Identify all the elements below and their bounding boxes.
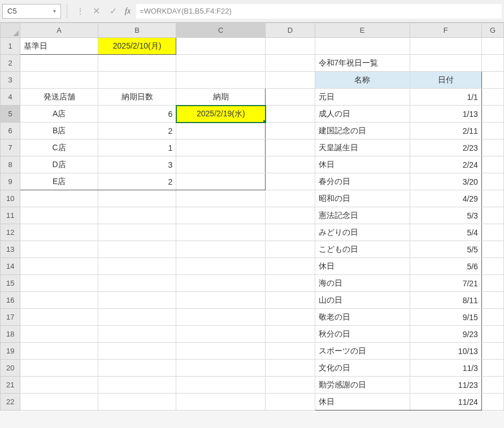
col-header-E[interactable]: E xyxy=(315,23,410,38)
cell-A3[interactable] xyxy=(20,72,98,89)
cell-A12[interactable] xyxy=(20,224,98,241)
cell-G6[interactable] xyxy=(481,123,503,139)
cell-D22[interactable] xyxy=(266,394,315,410)
cell-C5[interactable]: 2025/2/19(水) xyxy=(176,106,266,123)
cell-F9[interactable]: 3/20 xyxy=(410,173,481,190)
cell-E11[interactable]: 憲法記念日 xyxy=(315,207,410,224)
col-header-D[interactable]: D xyxy=(266,23,315,38)
cell-E19[interactable]: スポーツの日 xyxy=(315,343,410,360)
cell-C14[interactable] xyxy=(176,258,266,275)
cell-A2[interactable] xyxy=(20,55,98,72)
cell-A18[interactable] xyxy=(20,326,98,343)
cell-G7[interactable] xyxy=(481,139,503,156)
cell-A14[interactable] xyxy=(20,258,98,275)
enter-formula-icon[interactable]: ✓ xyxy=(107,5,119,18)
cell-G15[interactable] xyxy=(481,275,503,292)
cell-C2[interactable] xyxy=(176,55,266,72)
cell-F1[interactable] xyxy=(410,38,481,55)
cell-E7[interactable]: 天皇誕生日 xyxy=(315,139,410,156)
cell-A22[interactable] xyxy=(20,394,98,410)
row-header-21[interactable]: 21 xyxy=(1,377,20,394)
cell-E8[interactable]: 休日 xyxy=(315,156,410,173)
cell-G1[interactable] xyxy=(481,38,503,55)
cell-A16[interactable] xyxy=(20,292,98,309)
cell-D11[interactable] xyxy=(266,207,315,224)
cell-A20[interactable] xyxy=(20,360,98,377)
cell-G19[interactable] xyxy=(481,343,503,360)
cell-D14[interactable] xyxy=(266,258,315,275)
cell-E17[interactable]: 敬老の日 xyxy=(315,309,410,326)
cell-D7[interactable] xyxy=(266,139,315,156)
cell-C12[interactable] xyxy=(176,224,266,241)
cell-E2[interactable]: 令和7年祝日一覧 xyxy=(315,55,410,72)
cell-F22[interactable]: 11/24 xyxy=(410,394,481,410)
cell-C6[interactable] xyxy=(176,123,266,139)
cell-B15[interactable] xyxy=(98,275,176,292)
cell-C20[interactable] xyxy=(176,360,266,377)
cell-C11[interactable] xyxy=(176,207,266,224)
formula-bar-input[interactable]: =WORKDAY(B1,B5,F4:F22) xyxy=(136,4,502,19)
cell-B16[interactable] xyxy=(98,292,176,309)
row-header-9[interactable]: 9 xyxy=(1,173,20,190)
cell-B3[interactable] xyxy=(98,72,176,89)
cell-A17[interactable] xyxy=(20,309,98,326)
col-header-A[interactable]: A xyxy=(20,23,98,38)
cell-G22[interactable] xyxy=(481,394,503,410)
cell-A9[interactable]: E店 xyxy=(20,173,98,190)
cell-C9[interactable] xyxy=(176,173,266,190)
cell-F15[interactable]: 7/21 xyxy=(410,275,481,292)
cell-C4[interactable]: 納期 xyxy=(176,89,266,106)
fx-icon[interactable]: fx xyxy=(125,7,131,16)
cell-A4[interactable]: 発送店舗 xyxy=(20,89,98,106)
cell-B18[interactable] xyxy=(98,326,176,343)
cell-D15[interactable] xyxy=(266,275,315,292)
cell-E3[interactable]: 名称 xyxy=(315,72,410,89)
cell-C3[interactable] xyxy=(176,72,266,89)
cell-E18[interactable]: 秋分の日 xyxy=(315,326,410,343)
cell-E16[interactable]: 山の日 xyxy=(315,292,410,309)
cell-A13[interactable] xyxy=(20,241,98,258)
cell-E14[interactable]: 休日 xyxy=(315,258,410,275)
cell-F14[interactable]: 5/6 xyxy=(410,258,481,275)
row-header-3[interactable]: 3 xyxy=(1,72,20,89)
cell-D19[interactable] xyxy=(266,343,315,360)
cell-C21[interactable] xyxy=(176,377,266,394)
cell-B13[interactable] xyxy=(98,241,176,258)
cell-F5[interactable]: 1/13 xyxy=(410,106,481,123)
cell-D9[interactable] xyxy=(266,173,315,190)
cell-A8[interactable]: D店 xyxy=(20,156,98,173)
row-header-11[interactable]: 11 xyxy=(1,207,20,224)
cell-F2[interactable] xyxy=(410,55,481,72)
spreadsheet-grid[interactable]: A B C D E F G 1 基準日 2025/2/10(月) 2 令和7年祝… xyxy=(0,23,504,410)
cell-A19[interactable] xyxy=(20,343,98,360)
cell-C17[interactable] xyxy=(176,309,266,326)
name-box-dropdown-icon[interactable]: ▾ xyxy=(53,8,56,14)
cell-A1[interactable]: 基準日 xyxy=(20,38,98,55)
cell-F12[interactable]: 5/4 xyxy=(410,224,481,241)
cell-E5[interactable]: 成人の日 xyxy=(315,106,410,123)
cell-F19[interactable]: 10/13 xyxy=(410,343,481,360)
cell-A15[interactable] xyxy=(20,275,98,292)
cell-D2[interactable] xyxy=(266,55,315,72)
cell-E1[interactable] xyxy=(315,38,410,55)
row-header-5[interactable]: 5 xyxy=(1,106,20,123)
cell-B4[interactable]: 納期日数 xyxy=(98,89,176,106)
cell-G5[interactable] xyxy=(481,106,503,123)
cell-E10[interactable]: 昭和の日 xyxy=(315,190,410,207)
col-header-G[interactable]: G xyxy=(481,23,503,38)
cell-F7[interactable]: 2/23 xyxy=(410,139,481,156)
cell-C18[interactable] xyxy=(176,326,266,343)
row-header-8[interactable]: 8 xyxy=(1,156,20,173)
row-header-18[interactable]: 18 xyxy=(1,326,20,343)
cell-F18[interactable]: 9/23 xyxy=(410,326,481,343)
cell-A10[interactable] xyxy=(20,190,98,207)
cancel-formula-icon[interactable]: ✕ xyxy=(90,5,102,18)
cell-F13[interactable]: 5/5 xyxy=(410,241,481,258)
cell-E4[interactable]: 元日 xyxy=(315,89,410,106)
cell-C13[interactable] xyxy=(176,241,266,258)
cell-B1[interactable]: 2025/2/10(月) xyxy=(98,38,176,55)
cell-D10[interactable] xyxy=(266,190,315,207)
cell-G4[interactable] xyxy=(481,89,503,106)
select-all-corner[interactable] xyxy=(1,23,20,38)
cell-E13[interactable]: こどもの日 xyxy=(315,241,410,258)
